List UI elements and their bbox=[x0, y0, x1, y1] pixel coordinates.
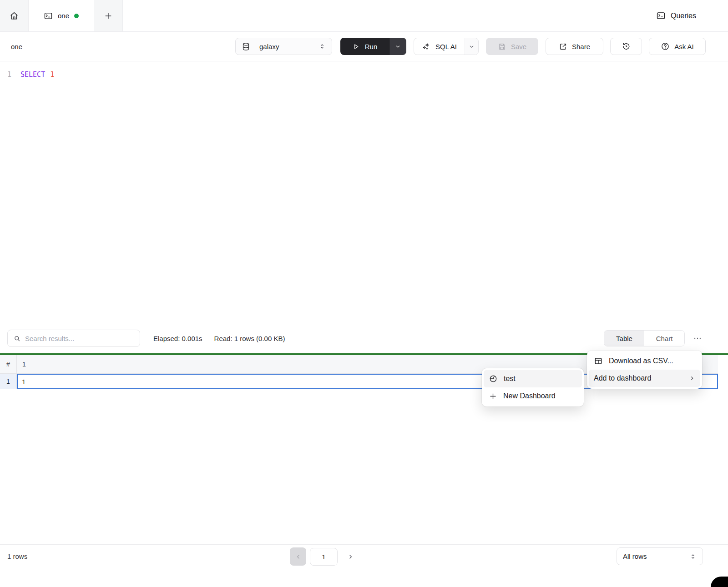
share-label: Share bbox=[572, 43, 590, 50]
code-line: 1 SELECT1 bbox=[0, 69, 728, 80]
results-empty-area bbox=[0, 389, 728, 544]
sql-literal: 1 bbox=[50, 70, 54, 79]
database-select[interactable]: galaxy bbox=[235, 38, 332, 55]
plus-icon bbox=[489, 392, 497, 401]
search-results-input[interactable] bbox=[25, 335, 134, 342]
table-grid-icon bbox=[594, 356, 603, 366]
row-number-cell[interactable]: 1 bbox=[0, 374, 17, 389]
menu-item-label: Download as CSV... bbox=[609, 357, 673, 365]
sql-keyword: SELECT bbox=[20, 70, 45, 79]
terminal-icon bbox=[44, 11, 53, 20]
submenu-item-label: test bbox=[504, 375, 516, 383]
run-label: Run bbox=[365, 43, 378, 50]
tab-chart-view[interactable]: Chart bbox=[644, 331, 684, 346]
ask-ai-label: Ask AI bbox=[674, 43, 694, 50]
run-options-caret[interactable] bbox=[389, 38, 406, 55]
elapsed-stat: Elapsed: 0.001s bbox=[153, 335, 202, 342]
plus-icon bbox=[104, 11, 113, 20]
sparkles-icon bbox=[422, 42, 430, 51]
unsaved-indicator-dot bbox=[74, 14, 79, 18]
results-toolbar: Elapsed: 0.001s Read: 1 rows (0.00 KB) T… bbox=[0, 323, 728, 353]
index-column-header[interactable]: # bbox=[0, 355, 17, 373]
run-button[interactable]: Run bbox=[340, 38, 389, 55]
previous-page-button[interactable] bbox=[290, 547, 306, 566]
chevron-right-icon bbox=[347, 553, 354, 560]
sql-editor[interactable]: 1 SELECT1 bbox=[0, 61, 728, 323]
share-icon bbox=[559, 42, 567, 51]
chevron-right-icon bbox=[689, 375, 695, 381]
history-button[interactable] bbox=[610, 38, 642, 55]
current-page-button[interactable]: 1 bbox=[310, 548, 338, 566]
terminal-icon bbox=[656, 11, 666, 20]
chevron-down-icon bbox=[395, 44, 401, 50]
home-button[interactable] bbox=[0, 0, 29, 31]
line-number: 1 bbox=[0, 70, 15, 79]
database-icon bbox=[242, 42, 250, 51]
search-results-box bbox=[7, 330, 140, 347]
sql-ai-split-button: SQL AI bbox=[414, 38, 479, 55]
home-icon bbox=[9, 11, 19, 21]
pie-chart-icon bbox=[489, 374, 498, 383]
toolbar-controls: galaxy Run bbox=[235, 38, 706, 55]
pagination: 1 bbox=[290, 547, 357, 566]
next-page-button[interactable] bbox=[344, 547, 357, 566]
chevron-updown-icon bbox=[318, 43, 326, 50]
submenu-item-new-dashboard[interactable]: New Dashboard bbox=[484, 387, 582, 405]
results-context-menu: Download as CSV... Add to dashboard bbox=[587, 351, 702, 389]
view-toggle: Table Chart bbox=[604, 330, 685, 346]
tab-table-view[interactable]: Table bbox=[604, 331, 644, 346]
query-title: one bbox=[11, 43, 22, 50]
page-size-select[interactable]: All rows bbox=[617, 547, 703, 565]
run-split-button: Run bbox=[340, 38, 406, 55]
submenu-item-label: New Dashboard bbox=[503, 392, 556, 400]
query-toolbar: one galaxy bbox=[0, 32, 728, 61]
top-tab-bar: one Queries bbox=[0, 0, 728, 32]
help-circle-icon bbox=[661, 42, 670, 51]
play-icon bbox=[352, 43, 360, 50]
more-options-button[interactable] bbox=[688, 330, 707, 346]
queries-label: Queries bbox=[671, 12, 696, 20]
chevron-updown-icon bbox=[689, 553, 697, 560]
page-size-value: All rows bbox=[623, 552, 647, 560]
history-icon bbox=[622, 42, 631, 51]
ask-ai-button[interactable]: Ask AI bbox=[649, 38, 706, 55]
dashboard-submenu: test New Dashboard bbox=[482, 368, 584, 406]
chevron-down-icon bbox=[469, 44, 475, 50]
chevron-left-icon bbox=[295, 553, 302, 560]
save-icon bbox=[498, 42, 506, 51]
read-stat: Read: 1 rows (0.00 KB) bbox=[214, 335, 285, 342]
results-footer: 1 rows 1 All rows bbox=[0, 544, 728, 587]
tab-one[interactable]: one bbox=[29, 0, 94, 31]
tab-label: one bbox=[58, 12, 69, 20]
menu-item-download-csv[interactable]: Download as CSV... bbox=[589, 352, 700, 370]
row-count-label: 1 rows bbox=[7, 552, 27, 560]
menu-item-label: Add to dashboard bbox=[594, 374, 651, 382]
new-tab-button[interactable] bbox=[94, 0, 123, 31]
share-button[interactable]: Share bbox=[546, 38, 603, 55]
queries-button[interactable]: Queries bbox=[656, 0, 696, 31]
sql-ai-button[interactable]: SQL AI bbox=[414, 38, 465, 55]
search-icon bbox=[13, 335, 21, 342]
save-label: Save bbox=[511, 43, 526, 50]
database-name: galaxy bbox=[259, 43, 314, 50]
sql-ai-label: SQL AI bbox=[435, 43, 457, 50]
sql-ai-options-caret[interactable] bbox=[465, 38, 478, 55]
more-horizontal-icon bbox=[693, 334, 702, 343]
submenu-item-test[interactable]: test bbox=[484, 370, 582, 387]
menu-item-add-to-dashboard[interactable]: Add to dashboard bbox=[589, 370, 700, 387]
code-text: SELECT1 bbox=[20, 70, 54, 79]
save-button[interactable]: Save bbox=[486, 38, 538, 55]
